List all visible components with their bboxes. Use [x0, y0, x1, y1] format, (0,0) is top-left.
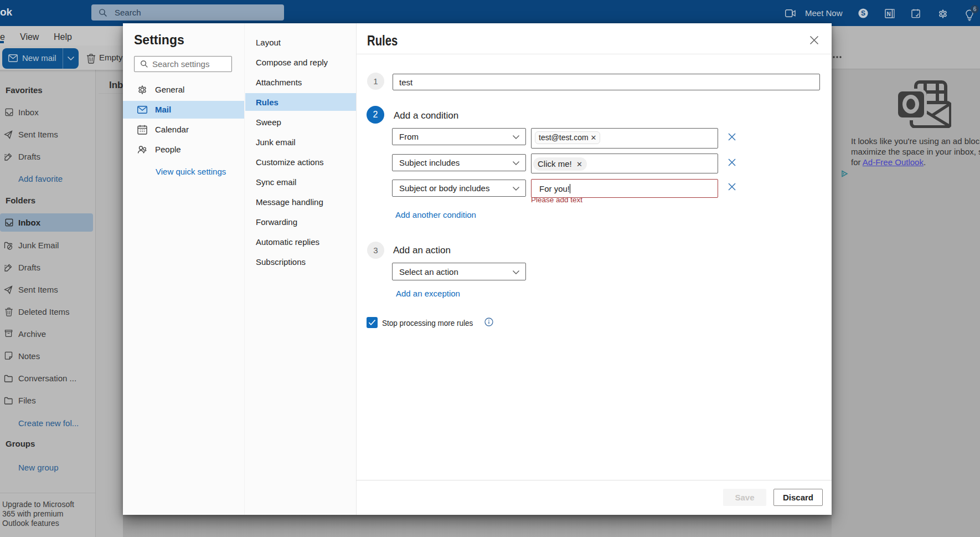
- svg-text:N: N: [886, 11, 890, 17]
- svg-text:S: S: [861, 9, 865, 17]
